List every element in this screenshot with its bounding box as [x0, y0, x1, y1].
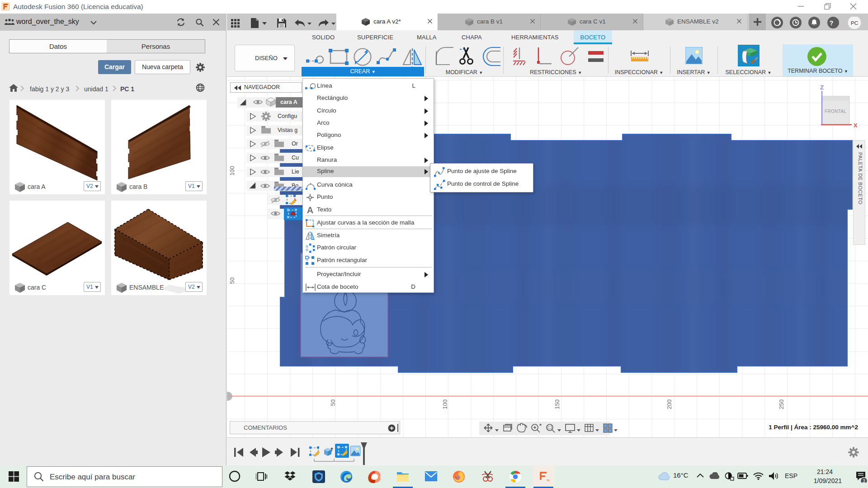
- svg-text:250: 250: [778, 399, 785, 409]
- svg-text:PC: PC: [851, 20, 858, 26]
- svg-text:150: 150: [554, 399, 561, 409]
- svg-text:50: 50: [330, 399, 336, 406]
- svg-text:100: 100: [229, 166, 236, 176]
- svg-text:100: 100: [442, 399, 448, 409]
- svg-text:3: 3: [863, 479, 865, 483]
- svg-text:200: 200: [666, 399, 673, 409]
- svg-text:50: 50: [229, 277, 236, 284]
- svg-text:A: A: [307, 206, 313, 215]
- svg-text:?: ?: [830, 19, 834, 27]
- svg-text:360: 360: [547, 479, 550, 482]
